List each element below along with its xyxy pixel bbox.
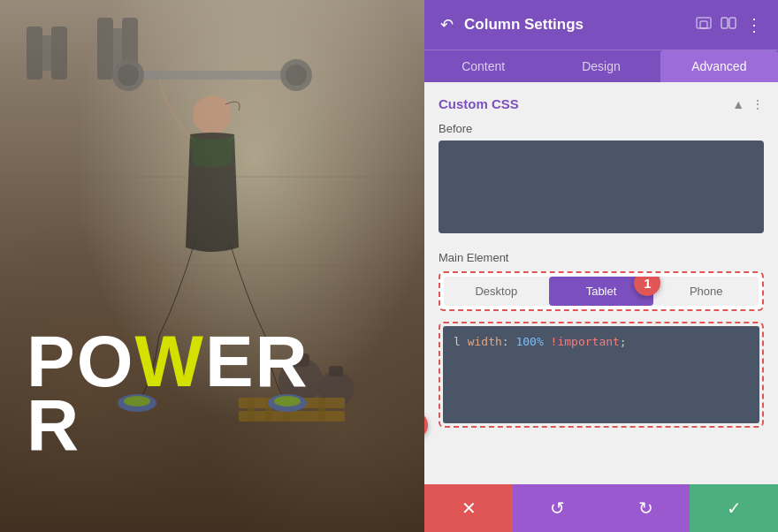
cancel-button[interactable]: ✕ [424, 484, 513, 532]
tab-desktop[interactable]: Desktop [444, 277, 549, 306]
device-tabs-container: Desktop Tablet 1 Phone [439, 271, 764, 311]
badge-2: 2 [424, 412, 428, 438]
svg-rect-3 [97, 18, 113, 80]
columns-icon[interactable] [721, 15, 736, 34]
device-tabs: Desktop Tablet 1 Phone [444, 277, 759, 306]
tab-phone[interactable]: Phone [653, 277, 759, 306]
tablet-tab-wrapper: Tablet 1 [549, 277, 654, 306]
back-icon[interactable]: ↶ [440, 15, 454, 34]
tabs-bar: Content Design Advanced [424, 49, 778, 82]
image-area: POWER R [0, 0, 424, 532]
svg-point-23 [193, 95, 232, 134]
phone-tab-wrapper: Phone [653, 277, 759, 306]
power-text: POWER R [27, 325, 309, 461]
custom-css-section-header: Custom CSS ▲ ⋮ [439, 96, 764, 111]
more-options-icon[interactable]: ⋮ [745, 14, 762, 35]
before-label: Before [439, 122, 764, 135]
svg-rect-15 [318, 398, 325, 422]
confirm-icon: ✓ [727, 498, 742, 519]
css-important: !important [544, 335, 620, 348]
svg-rect-9 [329, 366, 343, 376]
undo-button[interactable]: ↺ [513, 484, 601, 532]
bottom-toolbar: ✕ ↺ ↻ ✓ [424, 484, 778, 532]
section-more-icon[interactable]: ⋮ [751, 97, 764, 111]
svg-rect-29 [700, 21, 707, 28]
tab-content[interactable]: Content [424, 50, 542, 82]
css-code-wrapper: l width: 100% !important; [439, 322, 764, 428]
svg-point-18 [118, 65, 139, 86]
desktop-tab-wrapper: Desktop [444, 277, 549, 306]
css-property: width [468, 335, 502, 348]
collapse-icon[interactable]: ▲ [732, 97, 744, 111]
confirm-button[interactable]: ✓ [690, 484, 778, 532]
panel-title: Column Settings [464, 16, 685, 34]
power-end: ER [205, 321, 309, 401]
power-highlight: W [134, 321, 204, 401]
css-semicolon: ; [620, 335, 627, 348]
svg-rect-1 [42, 35, 51, 71]
svg-rect-2 [51, 27, 67, 80]
svg-rect-31 [729, 18, 736, 28]
css-prefix: l [454, 335, 468, 348]
svg-rect-0 [27, 27, 42, 80]
css-code-container: 2 l width: 100% !important; [439, 322, 764, 428]
tab-advanced[interactable]: Advanced [660, 50, 778, 82]
css-code-area[interactable]: l width: 100% !important; [443, 326, 759, 423]
svg-rect-30 [721, 18, 728, 28]
main-element-label: Main Element [439, 251, 764, 264]
custom-css-title: Custom CSS [439, 96, 519, 111]
power-r: R [27, 384, 80, 465]
css-colon: : [502, 335, 516, 348]
device-tabs-wrapper: Desktop Tablet 1 Phone [439, 271, 764, 311]
panel-body: Custom CSS ▲ ⋮ Before Main Element Deskt… [424, 82, 778, 484]
redo-button[interactable]: ↻ [601, 484, 690, 532]
svg-rect-16 [124, 71, 301, 80]
svg-point-20 [286, 65, 307, 86]
section-actions: ▲ ⋮ [732, 97, 764, 111]
tab-design[interactable]: Design [542, 50, 660, 82]
panel-header: ↶ Column Settings ⋮ [424, 0, 778, 49]
responsive-icon[interactable] [696, 15, 712, 34]
cancel-icon: ✕ [461, 498, 477, 519]
settings-panel: ↶ Column Settings ⋮ Content Design Advan… [424, 0, 778, 532]
svg-rect-28 [697, 18, 711, 28]
css-value: 100% [515, 335, 543, 348]
before-css-input[interactable] [439, 141, 764, 233]
header-icons: ⋮ [696, 14, 762, 35]
redo-icon: ↻ [638, 498, 653, 519]
undo-icon: ↺ [550, 498, 565, 519]
